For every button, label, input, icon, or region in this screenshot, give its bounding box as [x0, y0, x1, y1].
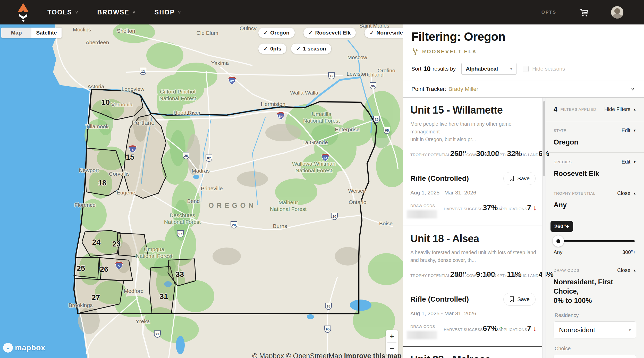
mapbox-logo[interactable]: ◒ mapbox [3, 343, 45, 353]
map-forest-label: Gifford Pinchot [160, 89, 196, 95]
slider-max-label: 300"+ [622, 249, 636, 255]
close-label: Close [617, 267, 630, 273]
unit-title[interactable]: Unit 18 - Alsea [410, 233, 537, 244]
stat-label: TROPHY POTENTIAL [410, 273, 450, 278]
shield-number: 12 [141, 70, 145, 73]
unit-title[interactable]: Unit 23 - Melrose [410, 354, 537, 358]
page-title: Filtering: Oregon [411, 30, 635, 44]
map-city-label: La Grande [302, 139, 328, 145]
map-filter-chips: ✓Oregon✓Roosevelt Elk✓Nonresident ✓0pts✓… [258, 28, 397, 59]
nav-item-shop[interactable]: SHOP∨ [155, 8, 182, 16]
unit-number-label: 24 [92, 238, 100, 246]
hide-filters-button[interactable]: Hide Filters ▲ [604, 106, 636, 112]
edit-species-button[interactable]: Edit▼ [622, 159, 636, 165]
list-scrollbar[interactable] [542, 98, 546, 358]
user-avatar[interactable] [611, 6, 623, 19]
map-filter-chip-1-season[interactable]: ✓1 season [291, 44, 331, 54]
highway-shield-20: 20 [231, 221, 237, 228]
close-trophy-button[interactable]: Close▲ [617, 190, 636, 196]
map-city-label: Hood River [173, 110, 200, 116]
map-zoom-controls: + − [386, 330, 398, 355]
choice-dropdown[interactable]: First Choice ▾ [554, 355, 636, 358]
attribution-copyright[interactable]: © Mapbox © OpenStreetMap [252, 352, 342, 358]
filter-section-label: STATE [554, 128, 566, 133]
unit-description-line: More people live here than in any other … [410, 120, 537, 135]
map-forest-label: Umpqua [144, 246, 164, 252]
map-city-label: Burns [273, 223, 287, 229]
edit-state-button[interactable]: Edit▼ [622, 127, 636, 133]
hide-seasons-checkbox[interactable] [523, 66, 529, 72]
avatar-silhouette [614, 8, 620, 14]
scrollbar-thumb[interactable] [543, 101, 545, 176]
unit-description-line: A heavily forested and roaded unit with … [410, 249, 537, 256]
shield-number: 5 [118, 264, 120, 268]
map-filter-chip-roosevelt-elk[interactable]: ✓Roosevelt Elk [303, 28, 356, 38]
filters-sidebar: 4 FILTERS APPLIED Hide Filters ▲ STATE E… [546, 98, 644, 358]
chip-label: Oregon [270, 30, 290, 36]
opts-link[interactable]: OPTS [541, 10, 556, 15]
filter-section-draw-odds: DRAW ODDS Close▲ Nonresident, First Choi… [546, 261, 644, 358]
zoom-in-button[interactable]: + [386, 330, 398, 342]
unit-number-label: 26 [100, 265, 108, 273]
nav-item-tools[interactable]: TOOLS∨ [47, 8, 79, 16]
map-canvas[interactable]: Gifford PinchotNational ForestUmatillaNa… [0, 24, 403, 358]
map-city-label: Longview [122, 86, 145, 92]
check-icon: ✓ [370, 30, 374, 36]
save-button[interactable]: Save [503, 293, 536, 306]
unit-number-label: 27 [92, 293, 100, 302]
hide-seasons-label: Hide seasons [532, 66, 565, 72]
close-draw-odds-button[interactable]: Close▲ [617, 267, 636, 273]
bookmark-icon [509, 296, 514, 302]
map-filter-chip-0pts[interactable]: ✓0pts [258, 44, 286, 54]
cart-button[interactable] [579, 7, 589, 18]
unit-card-18: Unit 18 - Alsea A heavily forested and r… [403, 226, 542, 346]
season-dates: Aug 1, 2025 - Mar 31, 2026 [410, 190, 537, 196]
map-city-label: Brookings [69, 302, 92, 308]
point-tracker-row[interactable]: Point Tracker: Brady Miller ∨ [403, 81, 644, 98]
shield-number: 97 [179, 232, 182, 236]
chevron-down-icon[interactable]: ∨ [631, 87, 635, 92]
save-button[interactable]: Save [503, 172, 536, 185]
map-city-label: Florence [74, 202, 96, 208]
slider-handle[interactable] [553, 235, 564, 247]
check-icon: ✓ [264, 46, 268, 52]
map-filter-chip-oregon[interactable]: ✓Oregon [258, 28, 295, 38]
applications-value: 7 [527, 203, 531, 212]
unit-number-label: 31 [160, 292, 168, 301]
state-filter-value: Oregon [554, 138, 636, 147]
nav-item-label: SHOP [155, 8, 175, 16]
unit-title[interactable]: Unit 15 - Willamette [410, 104, 537, 116]
nav-item-browse[interactable]: BROWSE∨ [97, 8, 136, 16]
shield-number: 95 [326, 327, 329, 331]
stat-label: BULL:COW [455, 273, 476, 278]
slider-track[interactable] [560, 240, 635, 242]
shield-number: 84 [324, 156, 327, 160]
unit-number-label: 23 [112, 240, 121, 248]
map-city-label: Corvallis [109, 171, 130, 177]
point-tracker-name: Brady Miller [448, 86, 478, 92]
map-state-label: OREGON [208, 202, 256, 209]
stat-label: BULLS 6PT+ [484, 273, 507, 278]
hide-seasons-toggle[interactable]: Hide seasons [523, 66, 565, 72]
unit-number-label: 25 [77, 264, 85, 272]
divider [410, 286, 536, 286]
map-city-label: Moclips [73, 27, 91, 32]
sort-dropdown[interactable]: Alphabetical ▾ [461, 63, 516, 75]
slider-min-label: Any [554, 249, 562, 255]
map-city-label: Prineville [201, 185, 223, 191]
satellite-view-button[interactable]: Satellite [31, 28, 62, 38]
highway-shield-95: 95 [370, 82, 376, 89]
stat-label: BULLS 6PT+ [484, 152, 507, 157]
unit-description-line: and brushy, dense cover, th... [410, 256, 537, 264]
results-panel: Filtering: Oregon ROOSEVELT ELK Sort 10 … [403, 24, 644, 358]
stat-label: HARVEST SUCCESS [444, 327, 483, 332]
elk-icon [411, 48, 419, 55]
app-logo[interactable] [16, 2, 30, 22]
stat-label: APPLICATIONS [498, 207, 527, 211]
top-navigation-bar: TOOLS∨ BROWSE∨ SHOP∨ OPTS [0, 0, 644, 24]
map-filter-chip-nonresident[interactable]: ✓Nonresident [365, 28, 403, 38]
point-tracker-label: Point Tracker: [411, 86, 446, 92]
residency-dropdown[interactable]: Nonresident ▾ [554, 321, 636, 338]
map-view-button[interactable]: Map [1, 28, 31, 38]
improve-map-link[interactable]: Improve this map [344, 352, 402, 358]
